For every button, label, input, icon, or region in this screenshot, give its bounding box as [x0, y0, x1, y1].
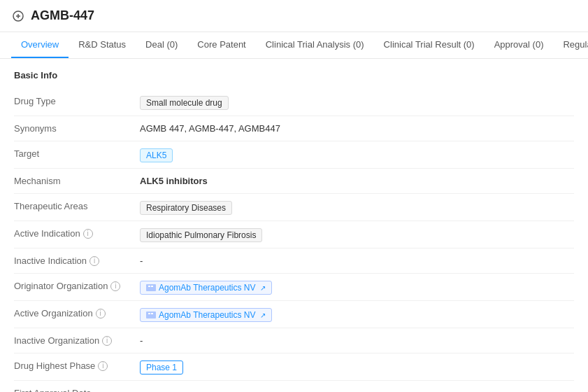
active-org-info-icon[interactable]: i [96, 309, 106, 318]
page-title: AGMB-447 [31, 8, 94, 23]
mechanism-value: ALK5 inhibitors [140, 174, 574, 186]
originator-org-tag[interactable]: AgomAb Therapeutics NV ↗ [140, 281, 272, 295]
target-row: Target ALK5 [14, 141, 574, 169]
mechanism-label: Mechanism [14, 174, 140, 186]
tab-regulation[interactable]: Regulation (0) [553, 32, 588, 58]
active-indication-row: Active Indication i Idiopathic Pulmonary… [14, 221, 574, 248]
drug-highest-phase-label: Drug Highest Phase i [14, 359, 140, 371]
originator-org-value: AgomAb Therapeutics NV ↗ [140, 279, 574, 295]
therapeutic-areas-row: Therapeutic Areas Respiratory Diseases [14, 194, 574, 221]
therapeutic-areas-value: Respiratory Diseases [140, 200, 574, 215]
therapeutic-areas-label: Therapeutic Areas [14, 200, 140, 211]
synonyms-row: Synonyms AGMB 447, AGMB-447, AGMB447 [14, 116, 574, 141]
active-indication-info-icon[interactable]: i [83, 229, 93, 239]
active-org-ext-icon: ↗ [260, 312, 266, 319]
drug-type-value: Small molecule drug [140, 94, 574, 110]
active-indication-label: Active Indication i [14, 227, 140, 239]
active-org-tag[interactable]: AgomAb Therapeutics NV ↗ [140, 308, 272, 322]
active-indication-value: Idiopathic Pulmonary Fibrosis [140, 227, 574, 242]
target-label: Target [14, 147, 140, 159]
synonyms-label: Synonyms [14, 122, 140, 134]
svg-rect-5 [148, 313, 150, 314]
mechanism-row: Mechanism ALK5 inhibitors [14, 169, 574, 194]
target-tag[interactable]: ALK5 [140, 148, 173, 162]
active-org-label: Active Organization i [14, 307, 140, 318]
main-content: Basic Info Drug Type Small molecule drug… [0, 59, 588, 392]
inactive-indication-value: - [140, 254, 574, 266]
inactive-indication-label: Inactive Indication i [14, 254, 140, 266]
first-approval-date-label: First Approval Date [14, 386, 140, 392]
target-value: ALK5 [140, 147, 574, 162]
synonyms-value: AGMB 447, AGMB-447, AGMB447 [140, 122, 574, 134]
active-org-icon [146, 312, 156, 318]
inactive-org-row: Inactive Organization i - [14, 328, 574, 354]
tab-rd-status[interactable]: R&D Status [69, 32, 136, 58]
tab-overview[interactable]: Overview [11, 32, 69, 58]
active-indication-tag[interactable]: Idiopathic Pulmonary Fibrosis [140, 228, 262, 242]
inactive-org-label: Inactive Organization i [14, 334, 140, 346]
originator-org-ext-icon: ↗ [260, 284, 266, 292]
phase-tag[interactable]: Phase 1 [140, 360, 183, 374]
active-org-row: Active Organization i AgomAb Therapeutic… [14, 301, 574, 328]
drug-type-label: Drug Type [14, 94, 140, 106]
originator-org-label: Originator Organization i [14, 279, 140, 291]
org-icon [146, 284, 156, 291]
tab-core-patent[interactable]: Core Patent [187, 32, 255, 58]
tab-deal[interactable]: Deal (0) [136, 32, 187, 58]
inactive-org-value: - [140, 334, 574, 346]
therapeutic-areas-tag[interactable]: Respiratory Diseases [140, 201, 232, 215]
nav-tabs: Overview R&D Status Deal (0) Core Patent… [0, 32, 588, 59]
tab-clinical-trial-result[interactable]: Clinical Trial Result (0) [374, 32, 485, 58]
tab-clinical-trial-analysis[interactable]: Clinical Trial Analysis (0) [256, 32, 374, 58]
page-header: AGMB-447 [0, 0, 588, 32]
inactive-indication-row: Inactive Indication i - [14, 248, 574, 274]
drug-highest-phase-row: Drug Highest Phase i Phase 1 [14, 354, 574, 381]
drug-icon [11, 9, 25, 23]
first-approval-date-row: First Approval Date - [14, 381, 574, 392]
active-org-value: AgomAb Therapeutics NV ↗ [140, 307, 574, 322]
section-title: Basic Info [14, 70, 574, 80]
first-approval-date-value: - [140, 386, 574, 392]
drug-highest-phase-info-icon[interactable]: i [98, 361, 108, 371]
drug-highest-phase-value: Phase 1 [140, 359, 574, 374]
originator-org-info-icon[interactable]: i [110, 281, 120, 291]
svg-rect-6 [151, 313, 153, 314]
svg-rect-2 [148, 286, 150, 287]
tab-approval[interactable]: Approval (0) [485, 32, 554, 58]
drug-type-row: Drug Type Small molecule drug [14, 89, 574, 116]
svg-rect-3 [151, 286, 153, 287]
inactive-org-info-icon[interactable]: i [102, 336, 112, 346]
originator-org-row: Originator Organization i AgomAb Therape… [14, 274, 574, 301]
drug-type-tag: Small molecule drug [140, 96, 229, 110]
inactive-indication-info-icon[interactable]: i [89, 256, 99, 266]
